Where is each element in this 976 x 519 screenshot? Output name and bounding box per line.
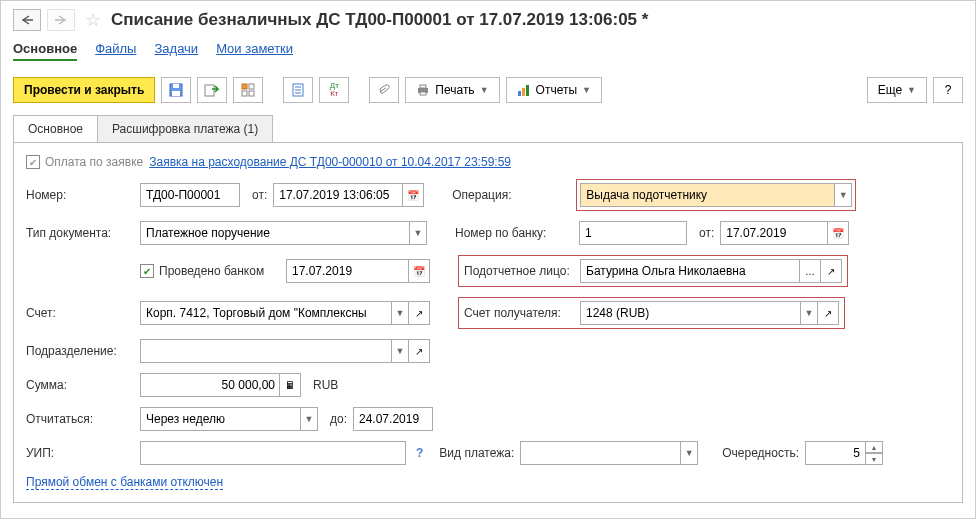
report-period-dropdown-button[interactable]: ▼ (300, 407, 318, 431)
request-link[interactable]: Заявка на расходование ДС ТД00-000010 от… (149, 155, 511, 169)
svg-rect-19 (526, 85, 529, 96)
account-input[interactable] (140, 301, 391, 325)
bank-processed-label: Проведено банком (159, 264, 264, 278)
recipient-account-dropdown-button[interactable]: ▼ (800, 301, 818, 325)
recipient-account-open-button[interactable]: ↗ (817, 301, 839, 325)
sum-input[interactable] (140, 373, 280, 397)
help-button[interactable]: ? (933, 77, 963, 103)
report-period-select[interactable] (140, 407, 300, 431)
report-label: Отчитаться: (26, 412, 134, 426)
account-open-button[interactable]: ↗ (408, 301, 430, 325)
uip-label: УИП: (26, 446, 134, 460)
svg-rect-6 (242, 84, 247, 89)
division-input[interactable] (140, 339, 391, 363)
payee-open-button[interactable]: ↗ (820, 259, 842, 283)
svg-rect-16 (420, 92, 426, 95)
priority-input[interactable] (805, 441, 865, 465)
bank-number-input[interactable] (579, 221, 687, 245)
svg-rect-15 (420, 85, 426, 88)
operation-select[interactable] (580, 183, 834, 207)
number-input[interactable] (140, 183, 240, 207)
date-input[interactable] (273, 183, 403, 207)
dt-kt-button[interactable]: ДтКт (319, 77, 349, 103)
doctype-label: Тип документа: (26, 226, 134, 240)
subnav-main[interactable]: Основное (13, 41, 77, 61)
request-payment-checkbox[interactable] (26, 155, 40, 169)
structure-button[interactable] (233, 77, 263, 103)
more-label: Еще (878, 83, 902, 97)
division-open-button[interactable]: ↗ (408, 339, 430, 363)
payee-input[interactable] (580, 259, 800, 283)
tab-detail[interactable]: Расшифровка платежа (1) (97, 115, 273, 142)
sum-currency: RUB (313, 378, 338, 392)
payment-type-dropdown-button[interactable]: ▼ (680, 441, 698, 465)
date-calendar-button[interactable]: 📅 (402, 183, 424, 207)
priority-label: Очередность: (722, 446, 799, 460)
page-title: Списание безналичных ДС ТД00-П00001 от 1… (111, 10, 648, 30)
payment-type-select[interactable] (520, 441, 680, 465)
report-to-input[interactable] (353, 407, 433, 431)
svg-rect-9 (249, 91, 254, 96)
reports-label: Отчеты (536, 83, 577, 97)
subnav-tasks[interactable]: Задачи (154, 41, 198, 61)
subnav-files[interactable]: Файлы (95, 41, 136, 61)
payee-label: Подотчетное лицо: (464, 264, 574, 278)
svg-rect-17 (518, 91, 521, 96)
operation-label: Операция: (452, 188, 570, 202)
tab-main[interactable]: Основное (13, 115, 98, 142)
back-button[interactable] (13, 9, 41, 31)
division-dropdown-button[interactable]: ▼ (391, 339, 409, 363)
bank-date-input[interactable] (720, 221, 828, 245)
bank-processed-date-input[interactable] (286, 259, 409, 283)
doctype-select[interactable] (140, 221, 409, 245)
forward-button[interactable] (47, 9, 75, 31)
operation-dropdown-button[interactable]: ▼ (834, 183, 852, 207)
post-button[interactable] (197, 77, 227, 103)
bank-date-calendar-button[interactable]: 📅 (827, 221, 849, 245)
doctype-dropdown-button[interactable]: ▼ (409, 221, 427, 245)
priority-down-button[interactable]: ▼ (865, 453, 883, 465)
account-dropdown-button[interactable]: ▼ (391, 301, 409, 325)
more-button[interactable]: Еще▼ (867, 77, 927, 103)
svg-rect-7 (249, 84, 254, 89)
date-from-label: от: (252, 188, 267, 202)
svg-rect-18 (522, 88, 525, 96)
print-button[interactable]: Печать▼ (405, 77, 499, 103)
uip-help-icon[interactable]: ? (416, 446, 423, 460)
number-label: Номер: (26, 188, 134, 202)
division-label: Подразделение: (26, 344, 134, 358)
subnav-notes[interactable]: Мои заметки (216, 41, 293, 61)
recipient-account-label: Счет получателя: (464, 306, 574, 320)
recipient-account-input[interactable] (580, 301, 800, 325)
priority-up-button[interactable]: ▲ (865, 441, 883, 453)
bank-date-from-label: от: (699, 226, 714, 240)
svg-rect-8 (242, 91, 247, 96)
bank-exchange-link[interactable]: Прямой обмен с банками отключен (26, 475, 223, 490)
sum-label: Сумма: (26, 378, 134, 392)
payment-type-label: Вид платежа: (439, 446, 514, 460)
report-to-label: до: (330, 412, 347, 426)
account-label: Счет: (26, 306, 134, 320)
create-based-button[interactable] (283, 77, 313, 103)
post-and-close-button[interactable]: Провести и закрыть (13, 77, 155, 103)
svg-rect-3 (172, 91, 180, 96)
reports-button[interactable]: Отчеты▼ (506, 77, 602, 103)
svg-rect-4 (173, 84, 179, 88)
bank-processed-calendar-button[interactable]: 📅 (408, 259, 430, 283)
save-button[interactable] (161, 77, 191, 103)
request-payment-label: Оплата по заявке (45, 155, 143, 169)
print-label: Печать (435, 83, 474, 97)
uip-input[interactable] (140, 441, 406, 465)
bank-number-label: Номер по банку: (455, 226, 573, 240)
favorite-star-icon[interactable]: ☆ (85, 9, 101, 31)
payee-select-button[interactable]: … (799, 259, 821, 283)
attach-button[interactable] (369, 77, 399, 103)
svg-rect-5 (205, 85, 214, 96)
sum-calc-button[interactable]: 🖩 (279, 373, 301, 397)
bank-processed-checkbox[interactable] (140, 264, 154, 278)
